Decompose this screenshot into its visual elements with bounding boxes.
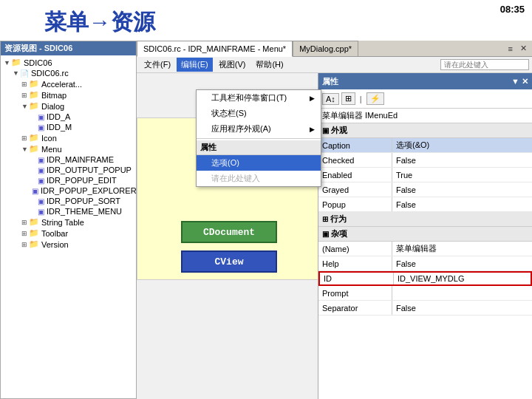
tab-editor-label: SDIC06.rc - IDR_MAINFRAME - Menu* (143, 44, 286, 53)
prop-name-popup: Popup (318, 197, 392, 211)
main-area: 资源视图 - SDIC06 ▼ 📁 SDIC06 ▼ 📄 SDIC06.rc ⊞… (0, 41, 532, 399)
tree-item-accelerat[interactable]: ⊞ 📁 Accelerat... (2, 78, 134, 89)
prop-value-help: False (392, 256, 532, 270)
menu-bar: 文件(F) 编辑(E) 视图(V) 帮助(H) (137, 57, 532, 73)
props-row-popup[interactable]: Popup False (318, 197, 532, 212)
props-toolbar: A↕ ⊞ | ⚡ (318, 89, 532, 109)
menu-view[interactable]: 视图(V) (214, 58, 250, 72)
props-row-name[interactable]: (Name) 菜单编辑器 (318, 242, 532, 256)
dropdown-item-options[interactable]: 选项(O) (197, 155, 321, 171)
tree-item-idr-mainframe[interactable]: ▣ IDR_MAINFRAME (2, 154, 134, 165)
folder-icon: 📁 (29, 79, 39, 89)
cview-button[interactable]: CView (181, 250, 277, 273)
menu-file[interactable]: 文件(F) (140, 58, 175, 72)
props-row-prompt[interactable]: Prompt (318, 286, 532, 301)
tree-label: IDR_OUTPUT_POPUP (47, 166, 132, 174)
props-row-help[interactable]: Help False (318, 256, 532, 271)
props-row-caption[interactable]: Caption 选项(&O) (318, 138, 532, 153)
tree-item-icon[interactable]: ⊞ 📁 Icon (2, 132, 134, 143)
dropdown-item-appearance[interactable]: 应用程序外观(A) ▶ (197, 121, 321, 137)
expand-icon: ⊞ (21, 219, 27, 226)
props-row-id[interactable]: ID ID_VIEW_MYDLG (318, 271, 532, 286)
props-pin-button[interactable]: ▼ (511, 77, 519, 86)
divider (197, 138, 321, 139)
tree-item-version[interactable]: ⊞ 📁 Version (2, 239, 134, 250)
menu-edit[interactable]: 编辑(E) (177, 58, 213, 72)
tree-item-idr-output-popup[interactable]: ▣ IDR_OUTPUT_POPUP (2, 165, 134, 175)
tree-item-string-table[interactable]: ⊞ 📁 String Table (2, 216, 134, 228)
section-misc[interactable]: ▣ 杂项 (318, 227, 532, 242)
menu-search-input[interactable] (440, 59, 529, 70)
section-appearance[interactable]: ▣ 外观 (318, 123, 532, 138)
resource-tree: ▼ 📁 SDIC06 ▼ 📄 SDIC06.rc ⊞ 📁 Accelerat..… (1, 55, 136, 398)
prop-name-checked: Checked (318, 153, 392, 167)
dropdown-item-grayed: 请在此处键入 (197, 171, 321, 186)
tree-label: String Table (41, 218, 84, 227)
props-row-grayed[interactable]: Grayed False (318, 183, 532, 197)
tree-item-bitmap[interactable]: ⊞ 📁 Bitmap (2, 89, 134, 100)
tree-item-dialog[interactable]: ▼ 📁 Dialog (2, 100, 134, 112)
section-behavior[interactable]: ⊞ 行为 (318, 212, 532, 227)
expand-icon: ▼ (21, 103, 27, 110)
props-row-checked[interactable]: Checked False (318, 153, 532, 168)
props-event-button[interactable]: ⚡ (366, 92, 384, 105)
menu-help[interactable]: 帮助(H) (251, 58, 287, 72)
tab-editor[interactable]: SDIC06.rc - IDR_MAINFRAME - Menu* (137, 41, 293, 57)
prop-name-name: (Name) (318, 242, 392, 256)
properties-title: 属性 (322, 76, 338, 87)
expand-icon: ▼ (4, 59, 10, 66)
tree-label: Toolbar (41, 229, 68, 238)
page-title: 菜单→资源 (44, 7, 155, 38)
prop-value-name: 菜单编辑器 (392, 242, 532, 256)
left-panel: 资源视图 - SDIC06 ▼ 📁 SDIC06 ▼ 📄 SDIC06.rc ⊞… (0, 41, 137, 399)
tree-item-idda[interactable]: ▣ IDD_A (2, 112, 134, 122)
tree-item-iddm[interactable]: ▣ IDD_M (2, 122, 134, 132)
tree-item-idr-theme-menu[interactable]: ▣ IDR_THEME_MENU (2, 206, 134, 216)
folder-icon: 📁 (29, 228, 39, 238)
tree-item-menu[interactable]: ▼ 📁 Menu (2, 143, 134, 154)
prop-value-id: ID_VIEW_MYDLG (394, 273, 531, 284)
props-row-enabled[interactable]: Enabled True (318, 168, 532, 183)
close-button[interactable]: ✕ (518, 43, 529, 54)
prop-name-help: Help (318, 256, 392, 270)
tab-dialog[interactable]: MyDialog.cpp* (293, 41, 358, 56)
file-icon: 📄 (20, 69, 29, 78)
pin-button[interactable]: ≡ (506, 44, 515, 54)
tree-label: Accelerat... (41, 80, 82, 89)
dropdown-properties-header: 属性 (197, 140, 321, 155)
tree-item-toolbar[interactable]: ⊞ 📁 Toolbar (2, 228, 134, 239)
prop-value-caption[interactable]: 选项(&O) (392, 138, 532, 152)
props-header-actions: ▼ ✕ (511, 77, 528, 86)
tree-label: Menu (41, 145, 62, 154)
properties-panel: 属性 ▼ ✕ A↕ ⊞ | ⚡ 菜单编辑器 IMenuEd ▣ 外观 (318, 73, 532, 399)
tree-label: IDR_POPUP_EDIT (47, 176, 117, 185)
prop-name-separator: Separator (318, 301, 392, 315)
cdocument-button[interactable]: CDocument (181, 221, 277, 243)
prop-name-prompt: Prompt (318, 286, 392, 300)
tab-dialog-label: MyDialog.cpp* (299, 44, 352, 53)
item-icon: ▣ (38, 113, 44, 121)
resource-view-title: 资源视图 - SDIC06 (1, 41, 136, 55)
props-row-separator[interactable]: Separator False (318, 301, 532, 316)
prop-value-grayed: False (392, 183, 532, 197)
dropdown-item-label: 工具栏和停靠窗口(T) (211, 92, 287, 103)
tree-item-idr-popup-edit[interactable]: ▣ IDR_POPUP_EDIT (2, 175, 134, 185)
dropdown-item-status[interactable]: 状态栏(S) (197, 106, 321, 121)
tree-item-sdic06[interactable]: ▼ 📁 SDIC06 (2, 57, 134, 68)
dropdown-item-label: 应用程序外观(A) (211, 123, 271, 134)
props-filter-button[interactable]: ⊞ (341, 92, 355, 105)
prop-value-enabled: True (392, 168, 532, 182)
props-az-button[interactable]: A↕ (322, 93, 339, 105)
props-close-button[interactable]: ✕ (522, 77, 528, 86)
tree-item-idr-popup-sort[interactable]: ▣ IDR_POPUP_SORT (2, 196, 134, 206)
prop-value-separator: False (392, 301, 532, 315)
folder-icon: 📁 (29, 133, 39, 143)
tree-item-sdic06rc[interactable]: ▼ 📄 SDIC06.rc (2, 68, 134, 78)
properties-header: 属性 ▼ ✕ (318, 73, 532, 89)
arrow-icon: ▶ (310, 126, 315, 133)
dropdown-menu: 工具栏和停靠窗口(T) ▶ 状态栏(S) 应用程序外观(A) ▶ 属性 选项(O… (196, 89, 321, 187)
section-toggle-icon: ▣ (322, 126, 329, 134)
dropdown-item-toolbar[interactable]: 工具栏和停靠窗口(T) ▶ (197, 90, 321, 106)
tree-item-idr-popup-explorer[interactable]: ▣ IDR_POPUP_EXPLORER (2, 185, 134, 196)
tree-label: Dialog (41, 102, 64, 111)
